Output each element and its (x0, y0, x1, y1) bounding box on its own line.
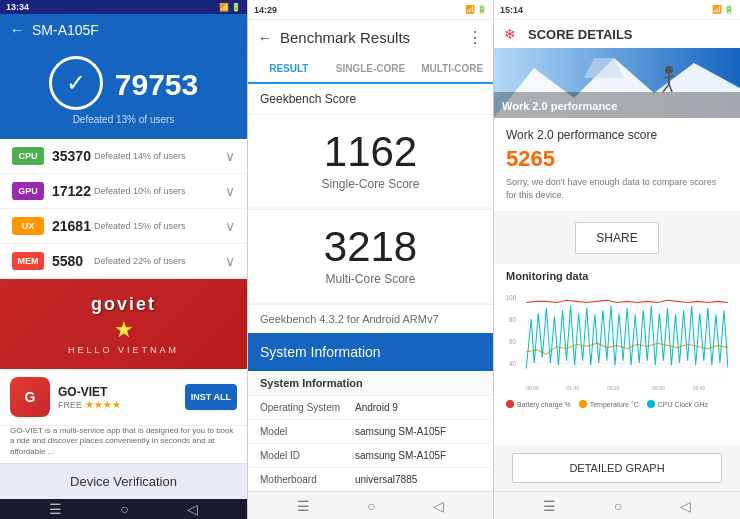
monitoring-chart-svg: 100 80 60 40 00:00 01:40 03:20 05:00 06:… (506, 286, 728, 396)
sys-key-model: Model (260, 426, 355, 437)
cpu-info: Defeated 14% of users (94, 151, 225, 161)
install-button[interactable]: INST ALL (185, 384, 237, 410)
app-icon-letter: G (25, 389, 36, 405)
nav3-home-icon[interactable]: ○ (614, 498, 622, 514)
goviet-hello: HELLO VIETNAM (68, 345, 179, 355)
cpu-expand-icon[interactable]: ∨ (225, 148, 235, 164)
nav-home-icon[interactable]: ○ (120, 501, 128, 517)
multi-core-score: 3218 (260, 226, 481, 268)
chart-area: 100 80 60 40 00:00 01:40 03:20 05:00 06:… (506, 286, 728, 396)
status-time-3: 15:14 (500, 5, 523, 15)
app-icon: G (10, 377, 50, 417)
nav2-menu-icon[interactable]: ☰ (297, 498, 310, 514)
status-icons-3: 📶 🔋 (712, 5, 734, 14)
gpu-expand-icon[interactable]: ∨ (225, 183, 235, 199)
tab-multi-core[interactable]: MULTI-CORE (411, 55, 493, 82)
work-score-note: Sorry, we don't have enough data to comp… (506, 176, 728, 201)
nav2-back-icon[interactable]: ◁ (433, 498, 444, 514)
monitoring-title: Monitoring data (506, 270, 728, 282)
status-time-1: 13:34 (6, 2, 29, 12)
geekbench-score-label: Geekbench Score (248, 84, 493, 115)
defeated-text: Defeated 13% of users (73, 114, 175, 125)
mem-value: 5580 (52, 253, 94, 269)
antutuu-header: ← SM-A105F (0, 14, 247, 46)
app-meta: FREE ★★★★ (58, 399, 185, 410)
hero-label: Work 2.0 performance (502, 100, 617, 112)
legend-cpu-clock: CPU Clock GHz (647, 400, 708, 408)
app-free: FREE (58, 400, 82, 410)
sys-section-header: System Information (248, 371, 493, 396)
goviet-ad: goviet ★ HELLO VIETNAM (60, 279, 187, 369)
metric-cpu: CPU 35370 Defeated 14% of users ∨ (0, 139, 247, 174)
score-circle: ✓ (49, 56, 103, 110)
sys-info-title: System Information (260, 344, 381, 360)
back-button-2[interactable]: ← (258, 30, 272, 46)
share-button[interactable]: SHARE (575, 222, 658, 254)
antutuu-panel: 13:34 📶 🔋 ← SM-A105F ✓ 79753 Defeated 13… (0, 0, 247, 519)
status-bar-2: 14:29 📶 🔋 (248, 0, 493, 20)
sys-key-model-id: Model ID (260, 450, 355, 461)
more-options-icon[interactable]: ⋮ (467, 28, 483, 47)
svg-text:100: 100 (506, 294, 517, 301)
status-bar-1: 13:34 📶 🔋 (0, 0, 247, 14)
chart-legend: Battery charge % Temperature °C CPU Cloc… (506, 400, 728, 408)
metric-ux: UX 21681 Defeated 15% of users ∨ (0, 209, 247, 244)
nav-back-icon[interactable]: ◁ (187, 501, 198, 517)
device-verification-text: Device Verification (10, 474, 237, 489)
sys-row-model: Model samsung SM-A105F (248, 420, 493, 444)
sys-row-model-id: Model ID samsung SM-A105F (248, 444, 493, 468)
cpu-badge: CPU (12, 147, 44, 165)
svg-text:80: 80 (509, 316, 516, 323)
app-stars: ★★★★ (85, 399, 121, 410)
legend-temperature: Temperature °C (579, 400, 639, 408)
ad-banner: goviet ★ HELLO VIETNAM (0, 279, 247, 369)
sys-key-motherboard: Motherboard (260, 474, 355, 485)
geekbench-title: Benchmark Results (280, 29, 459, 46)
work-score-row: 5265 (506, 146, 728, 172)
geekbench-version: Geekbench 4.3.2 for Android ARMv7 (248, 304, 493, 333)
single-core-block: 1162 Single-Core Score (248, 115, 493, 207)
nav3-back-icon[interactable]: ◁ (680, 498, 691, 514)
monitoring-section: Monitoring data 100 80 60 40 00:00 01:40… (494, 264, 740, 445)
single-core-label: Single-Core Score (260, 177, 481, 191)
main-score: 79753 (115, 68, 198, 102)
nav-bar-2: ☰ ○ ◁ (248, 491, 493, 519)
geekbench-panel: 14:29 📶 🔋 ← Benchmark Results ⋮ RESULT S… (247, 0, 494, 519)
ux-badge: UX (12, 217, 44, 235)
nav-bar-3: ☰ ○ ◁ (494, 491, 740, 519)
temp-dot (579, 400, 587, 408)
back-button-1[interactable]: ← (10, 22, 24, 38)
nav3-menu-icon[interactable]: ☰ (543, 498, 556, 514)
svg-text:60: 60 (509, 338, 516, 345)
nav2-home-icon[interactable]: ○ (367, 498, 375, 514)
ux-expand-icon[interactable]: ∨ (225, 218, 235, 234)
status-icons-1: 📶 🔋 (219, 3, 241, 12)
work-score-title: Work 2.0 performance score (506, 128, 728, 142)
sys-info-header: System Information (248, 333, 493, 371)
tab-single-core[interactable]: SINGLE-CORE (330, 55, 412, 82)
sys-val-model-id: samsung SM-A105F (355, 450, 481, 461)
svg-text:03:20: 03:20 (607, 385, 620, 391)
app-name: GO-VIET (58, 385, 185, 399)
svg-point-3 (665, 66, 673, 74)
status-bar-3: 15:14 📶 🔋 (494, 0, 740, 20)
ux-sub: Defeated 15% of users (94, 221, 225, 231)
nav-menu-icon[interactable]: ☰ (49, 501, 62, 517)
svg-text:01:40: 01:40 (567, 385, 580, 391)
sys-val-motherboard: universal7885 (355, 474, 481, 485)
geekbench-header: ← Benchmark Results ⋮ (248, 20, 493, 55)
device-title: SM-A105F (32, 22, 99, 38)
legend-battery: Battery charge % (506, 400, 571, 408)
gpu-sub: Defeated 10% of users (94, 186, 225, 196)
ux-info: Defeated 15% of users (94, 221, 225, 231)
metric-gpu: GPU 17122 Defeated 10% of users ∨ (0, 174, 247, 209)
gpu-value: 17122 (52, 183, 94, 199)
mem-expand-icon[interactable]: ∨ (225, 253, 235, 269)
detailed-graph-button[interactable]: DETAILED GRAPH (512, 453, 721, 483)
gpu-info: Defeated 10% of users (94, 186, 225, 196)
app-row: G GO-VIET FREE ★★★★ INST ALL (0, 369, 247, 426)
battery-dot (506, 400, 514, 408)
metric-mem: MEM 5580 Defeated 22% of users ∨ (0, 244, 247, 279)
sys-val-model: samsung SM-A105F (355, 426, 481, 437)
tab-result[interactable]: RESULT (248, 55, 330, 84)
